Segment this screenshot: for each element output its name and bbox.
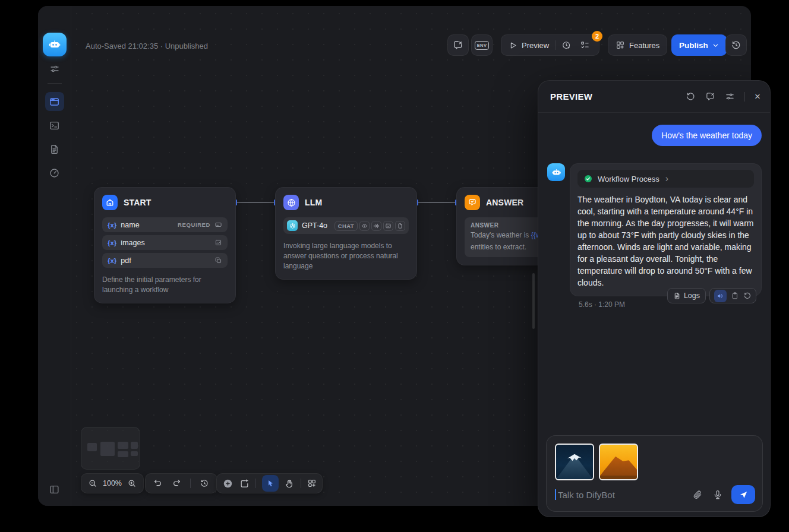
checklist-icon[interactable]	[580, 40, 590, 50]
undo-icon[interactable]	[153, 479, 163, 488]
conversation-settings-icon[interactable]	[725, 91, 735, 102]
speaker-icon	[717, 292, 724, 300]
sidebar-divider	[48, 83, 62, 84]
send-plane-icon	[738, 490, 749, 500]
sidebar-item-api-terminal[interactable]	[45, 116, 64, 135]
text-caret	[555, 489, 556, 500]
comment-x-icon	[453, 40, 463, 50]
text-to-speech-button[interactable]	[714, 290, 727, 302]
zoom-out-icon[interactable]	[88, 479, 97, 488]
annotation-comment-icon[interactable]	[705, 91, 715, 102]
zoom-in-icon[interactable]	[127, 479, 137, 488]
message-actions: Logs	[667, 288, 756, 303]
clipboard-icon	[731, 292, 739, 300]
environment-variables-button[interactable]: ENV	[471, 34, 493, 56]
start-field-name: {x} name REQUIRED	[102, 217, 228, 232]
logs-button[interactable]: Logs	[667, 288, 706, 303]
start-field-images: {x} images	[102, 235, 228, 250]
toolbar-divider	[255, 479, 256, 488]
undo-redo-group	[145, 473, 217, 493]
vision-capability-icon	[359, 221, 370, 231]
logs-doc-icon	[673, 292, 681, 300]
run-controls-group: Preview 2	[501, 34, 599, 56]
send-message-button[interactable]	[731, 485, 755, 504]
restart-conversation-icon[interactable]	[686, 91, 696, 102]
autosave-status: Auto-Saved 21:02:35 · Unpublished	[86, 42, 208, 50]
hand-mode-icon[interactable]	[285, 479, 295, 489]
chevron-down-icon	[712, 42, 719, 49]
node-start[interactable]: START {x} name REQUIRED {x} images {x} p…	[94, 187, 236, 303]
node-title: ANSWER	[486, 198, 523, 207]
pointer-mode-button[interactable]	[262, 475, 279, 492]
canvas-tools-group	[216, 473, 323, 493]
paperclip-icon	[692, 489, 703, 500]
copy-button[interactable]	[731, 292, 739, 300]
annotation-comment-button[interactable]	[447, 34, 469, 56]
chat-input-placeholder: Talk to DifyBot	[558, 490, 615, 500]
user-message-bubble: How's the weather today	[652, 125, 762, 146]
node-llm[interactable]: LLM GPT-4o CHAT	[275, 187, 417, 280]
organize-nodes-icon[interactable]	[307, 479, 317, 488]
attached-image-mountain-blue[interactable]	[555, 444, 594, 480]
edge-llm-to-answer	[417, 202, 456, 203]
close-icon[interactable]: ×	[755, 91, 760, 102]
play-icon[interactable]	[509, 41, 517, 50]
llm-model-icon	[283, 195, 299, 210]
env-icon: ENV	[475, 41, 490, 50]
screen: Auto-Saved 21:02:35 · Unpublished ENV Pr…	[0, 0, 789, 532]
workflow-process-toggle[interactable]: Workflow Process ›	[577, 170, 754, 188]
node-description: Define the initial parameters for launch…	[102, 275, 228, 295]
image-capability-icon	[383, 221, 393, 231]
run-history-clock-icon[interactable]	[561, 40, 572, 50]
copy-files-icon	[214, 256, 222, 264]
left-sidebar	[38, 6, 71, 506]
answer-bubble-check-icon	[465, 195, 480, 210]
features-grid-icon	[616, 40, 625, 50]
sidebar-item-orchestrate[interactable]	[45, 92, 64, 111]
features-button[interactable]: Features	[608, 34, 667, 56]
toolbar-divider	[301, 479, 301, 488]
node-description: Invoking large language models to answer…	[283, 241, 409, 271]
model-selector-row[interactable]: GPT-4o CHAT	[283, 217, 409, 234]
sidebar-item-monitoring[interactable]	[45, 163, 64, 182]
app-settings-sliders-icon[interactable]	[49, 64, 60, 74]
start-field-pdf: {x} pdf	[102, 253, 228, 268]
text-field-icon	[214, 221, 222, 229]
attach-file-button[interactable]	[692, 489, 703, 500]
image-file-icon	[214, 239, 222, 246]
node-title: LLM	[305, 198, 322, 207]
app-logo-robot-icon[interactable]	[43, 33, 67, 56]
version-history-button[interactable]	[725, 34, 747, 56]
chat-input[interactable]: Talk to DifyBot	[555, 485, 755, 504]
sidebar-item-logs[interactable]	[45, 140, 64, 159]
cursor-icon	[266, 479, 275, 488]
publish-button[interactable]: Publish	[671, 34, 727, 56]
bot-avatar	[547, 163, 565, 181]
canvas-scrollbar[interactable]	[532, 273, 535, 329]
preview-run-button[interactable]: Preview	[522, 41, 549, 50]
attached-image-mountain-orange[interactable]	[599, 444, 638, 480]
redo-icon[interactable]	[172, 479, 181, 488]
preview-title: PREVIEW	[550, 91, 592, 102]
chat-mode-badge: CHAT	[334, 221, 358, 231]
node-title: START	[124, 198, 152, 207]
zoom-level-label[interactable]: 100%	[103, 479, 122, 487]
required-badge: REQUIRED	[178, 221, 210, 228]
canvas-minimap[interactable]	[81, 427, 140, 470]
openai-icon	[287, 220, 298, 231]
variable-token: {x}	[108, 221, 116, 229]
microphone-icon	[712, 489, 723, 500]
refresh-icon	[743, 292, 752, 300]
regenerate-button[interactable]	[743, 292, 752, 300]
add-note-icon[interactable]	[239, 479, 250, 489]
chat-input-container: Talk to DifyBot	[546, 435, 763, 512]
voice-input-button[interactable]	[712, 489, 723, 500]
add-node-icon[interactable]	[222, 478, 233, 489]
chat-transcript: How's the weather today Workflow Process…	[538, 113, 770, 309]
preview-panel-header: PREVIEW ×	[538, 81, 770, 113]
history-clock-icon	[731, 40, 741, 50]
collapse-sidebar-icon[interactable]	[49, 484, 60, 495]
document-capability-icon	[395, 221, 405, 231]
success-check-icon	[583, 174, 593, 183]
change-history-icon[interactable]	[200, 479, 209, 488]
